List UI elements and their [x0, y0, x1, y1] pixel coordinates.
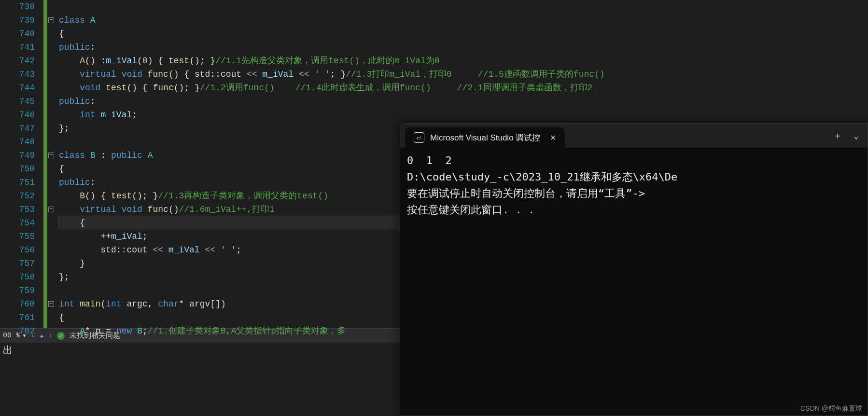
line-number: 742	[0, 54, 35, 68]
line-number: 756	[0, 243, 35, 257]
tab-dropdown-icon[interactable]: ⌄	[854, 130, 859, 141]
line-number: 745	[0, 95, 35, 108]
separator: |	[49, 333, 52, 338]
terminal-icon: c:\	[414, 132, 424, 143]
console-tab-title: Microsoft Visual Studio 调试控	[430, 132, 540, 143]
change-indicator-bar	[43, 0, 47, 328]
line-number: 749	[0, 149, 35, 162]
intellicode-icon[interactable]: ✦	[39, 331, 44, 341]
console-tab[interactable]: c:\ Microsoft Visual Studio 调试控 ✕	[405, 127, 565, 148]
code-line[interactable]: class A	[59, 14, 868, 27]
code-line[interactable]: {	[59, 27, 868, 41]
fold-toggle-icon[interactable]: −	[48, 153, 54, 158]
line-number: 746	[0, 108, 35, 122]
zoom-level[interactable]: 00 % ▾	[3, 331, 27, 340]
close-icon[interactable]: ✕	[550, 133, 556, 142]
code-line[interactable]: void test() { func(); }//1.2调用func() //1…	[59, 81, 868, 95]
line-number: 740	[0, 27, 35, 41]
line-number: 757	[0, 257, 35, 270]
line-number: 751	[0, 176, 35, 189]
line-number: 760	[0, 297, 35, 311]
line-number: 744	[0, 81, 35, 95]
console-output[interactable]: 0 1 2 D:\code\study_-c\2023_10_21继承和多态\x…	[400, 148, 868, 416]
line-number: 755	[0, 230, 35, 243]
line-number: 748	[0, 135, 35, 149]
line-number: 752	[0, 189, 35, 203]
code-line[interactable]: public:	[59, 41, 868, 54]
code-line[interactable]: public:	[59, 95, 868, 108]
new-tab-button[interactable]: ＋	[833, 130, 842, 141]
line-number: 758	[0, 270, 35, 284]
fold-column: −−−−	[47, 0, 56, 328]
fold-toggle-icon[interactable]: −	[48, 207, 54, 212]
debug-console-window[interactable]: c:\ Microsoft Visual Studio 调试控 ✕ ＋ ⌄ 0 …	[400, 123, 868, 416]
line-number: 761	[0, 311, 35, 324]
line-number: 747	[0, 122, 35, 135]
line-number: 754	[0, 216, 35, 230]
fold-toggle-icon[interactable]: −	[48, 301, 54, 307]
code-line[interactable]: int m_iVal;	[59, 108, 868, 122]
line-number: 750	[0, 162, 35, 176]
line-number: 743	[0, 68, 35, 81]
line-number: 759	[0, 284, 35, 297]
fold-toggle-icon[interactable]: −	[48, 17, 54, 23]
code-line[interactable]: virtual void func() { std::cout << m_iVa…	[59, 68, 868, 81]
line-number: 738	[0, 0, 35, 14]
line-number: 741	[0, 41, 35, 54]
line-number: 753	[0, 203, 35, 216]
line-number: 739	[0, 14, 35, 27]
watermark: CSDN @鳄鱼麻薯球	[800, 404, 862, 413]
code-line[interactable]	[59, 0, 868, 14]
chevron-icon: ▸	[31, 333, 34, 339]
zoom-dropdown-icon[interactable]: ▾	[22, 331, 27, 340]
line-number-gutter: 7387397407417427437447457467477487497507…	[0, 0, 43, 328]
code-line[interactable]: A() :m_iVal(0) { test(); }//1.1先构造父类对象，调…	[59, 54, 868, 68]
console-titlebar[interactable]: c:\ Microsoft Visual Studio 调试控 ✕ ＋ ⌄	[400, 124, 868, 148]
